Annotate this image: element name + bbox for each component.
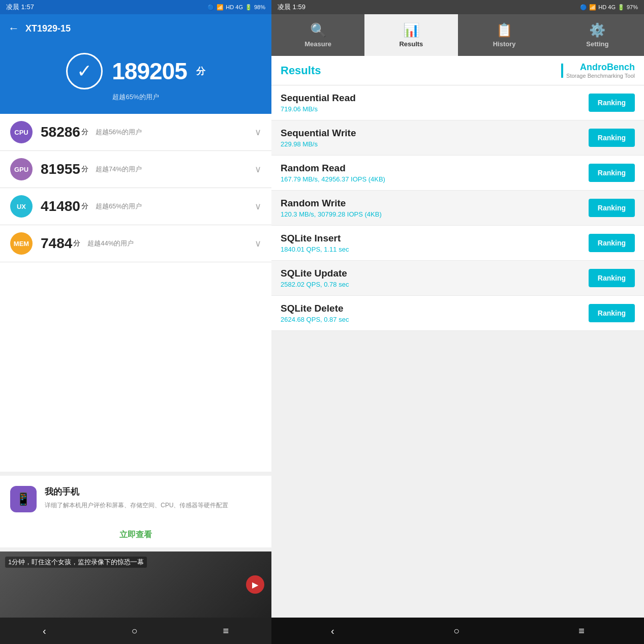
nav-home-button[interactable]: ○: [131, 625, 137, 637]
results-icon: 📊: [403, 22, 419, 38]
cpu-label: 超越56%的用户: [96, 128, 255, 137]
right-bluetooth-icon: 🔵: [580, 4, 587, 11]
left-panel: 凌晨 1:57 🔵 📶 HD 4G 🔋 98% ← XT1929-15 ✓ 18…: [0, 0, 271, 644]
gpu-chevron-icon: ∨: [255, 164, 261, 175]
bench-name-seq-write: Sequential Write: [281, 128, 589, 139]
bench-value-sqlite-insert: 1840.01 QPS, 1.11 sec: [281, 246, 589, 253]
bench-name-rand-write: Random Write: [281, 198, 589, 209]
bench-row-rand-read: Random Read 167.79 MB/s, 42956.37 IOPS (…: [271, 156, 644, 191]
cpu-chevron-icon: ∨: [255, 127, 261, 138]
gpu-score-unit: 分: [81, 165, 88, 174]
promo-title: 我的手机: [45, 486, 261, 498]
androbench-bar: [561, 64, 563, 78]
tab-results-label: Results: [399, 40, 423, 48]
score-subtitle: 超越65%的用户: [112, 93, 159, 102]
bench-info-rand-read: Random Read 167.79 MB/s, 42956.37 IOPS (…: [281, 163, 589, 183]
ranking-button-seq-read[interactable]: Ranking: [589, 94, 635, 112]
bench-name-sqlite-insert: SQLite Insert: [281, 233, 589, 244]
bench-info-seq-write: Sequential Write 229.98 MB/s: [281, 128, 589, 148]
category-row-gpu[interactable]: GPU 81955 分 超越74%的用户 ∨: [0, 151, 271, 188]
category-row-ux[interactable]: UX 41480 分 超越65%的用户 ∨: [0, 188, 271, 225]
video-play-button[interactable]: ▶: [246, 575, 264, 594]
androbench-sub: Storage Benchmarking Tool: [566, 73, 635, 79]
right-nav-menu-button[interactable]: ≡: [578, 625, 585, 637]
bench-row-seq-read: Sequential Read 719.06 MB/s Ranking: [271, 85, 644, 120]
right-signal: HD 4G: [598, 4, 616, 10]
score-section: ✓ 189205 分 超越65%的用户: [0, 43, 271, 114]
tab-results[interactable]: 📊 Results: [364, 14, 457, 56]
promo-text-block: 我的手机 详细了解本机用户评价和屏幕、存储空间、CPU、传感器等硬件配置: [45, 486, 261, 510]
bench-name-sqlite-delete: SQLite Delete: [281, 303, 589, 314]
promo-card: 📱 我的手机 详细了解本机用户评价和屏幕、存储空间、CPU、传感器等硬件配置: [0, 472, 271, 523]
results-title: Results: [281, 64, 321, 77]
nav-menu-button[interactable]: ≡: [223, 625, 229, 637]
bench-value-seq-write: 229.98 MB/s: [281, 140, 589, 148]
right-nav-bar: ‹ ○ ≡: [271, 618, 644, 644]
ranking-button-sqlite-delete[interactable]: Ranking: [589, 304, 635, 322]
bench-value-rand-read: 167.79 MB/s, 42956.37 IOPS (4KB): [281, 175, 589, 183]
androbench-text: AndroBench Storage Benchmarking Tool: [566, 62, 635, 79]
battery-icon: 🔋: [245, 4, 252, 11]
ranking-button-rand-read[interactable]: Ranking: [589, 164, 635, 182]
right-nav-home-button[interactable]: ○: [453, 625, 459, 637]
total-score: 189205: [112, 57, 187, 85]
gpu-label: 超越74%的用户: [96, 165, 255, 174]
setting-icon: ⚙️: [589, 22, 605, 38]
gpu-score: 81955: [41, 161, 80, 177]
category-row-cpu[interactable]: CPU 58286 分 超越56%的用户 ∨: [0, 114, 271, 151]
bench-row-sqlite-update: SQLite Update 2582.02 QPS, 0.78 sec Rank…: [271, 261, 644, 296]
ux-badge: UX: [10, 195, 33, 218]
bench-value-sqlite-update: 2582.02 QPS, 0.78 sec: [281, 281, 589, 288]
tab-bar: 🔍 Measure 📊 Results 📋 History ⚙️ Setting: [271, 14, 644, 56]
promo-desc: 详细了解本机用户评价和屏幕、存储空间、CPU、传感器等硬件配置: [45, 501, 261, 510]
right-nav-back-button[interactable]: ‹: [331, 625, 334, 637]
promo-link-button[interactable]: 立即查看: [119, 530, 152, 540]
bench-name-rand-read: Random Read: [281, 163, 589, 174]
score-row: ✓ 189205 分: [66, 53, 205, 89]
ranking-button-sqlite-update[interactable]: Ranking: [589, 269, 635, 287]
ux-score-unit: 分: [81, 202, 88, 211]
bench-info-seq-read: Sequential Read 719.06 MB/s: [281, 93, 589, 113]
right-time: 凌晨 1:59: [278, 3, 305, 12]
andro-highlight: Andro: [580, 62, 607, 72]
left-time: 凌晨 1:57: [6, 3, 34, 12]
tab-setting[interactable]: ⚙️ Setting: [551, 14, 644, 56]
video-thumbnail[interactable]: 1分钟，盯住这个女孩，监控录像下的惊恐一幕 ▶: [0, 551, 271, 618]
cpu-badge: CPU: [10, 121, 33, 143]
cpu-score: 58286: [41, 124, 80, 140]
wifi-icon: 📶: [217, 4, 224, 11]
mem-chevron-icon: ∨: [255, 238, 261, 249]
nav-back-button[interactable]: ‹: [43, 625, 46, 637]
back-button[interactable]: ←: [8, 22, 19, 35]
tab-history[interactable]: 📋 History: [458, 14, 551, 56]
bluetooth-icon: 🔵: [207, 4, 214, 11]
left-battery: 98%: [254, 4, 265, 10]
left-header: ← XT1929-15: [0, 14, 271, 43]
score-unit: 分: [196, 65, 205, 77]
ranking-button-rand-write[interactable]: Ranking: [589, 199, 635, 217]
tab-history-label: History: [493, 40, 516, 48]
category-row-mem[interactable]: MEM 7484 分 超越44%的用户 ∨: [0, 225, 271, 262]
mem-score-unit: 分: [73, 239, 80, 248]
right-status-icons: 🔵 📶 HD 4G 🔋 97%: [580, 4, 638, 11]
ux-score: 41480: [41, 198, 80, 214]
video-title: 1分钟，盯住这个女孩，监控录像下的惊恐一幕: [5, 557, 147, 568]
bench-text: Bench: [607, 62, 635, 72]
right-battery: 97%: [627, 4, 638, 10]
tab-measure[interactable]: 🔍 Measure: [271, 14, 364, 56]
bench-info-sqlite-insert: SQLite Insert 1840.01 QPS, 1.11 sec: [281, 233, 589, 253]
ranking-button-sqlite-insert[interactable]: Ranking: [589, 234, 635, 252]
tab-measure-label: Measure: [304, 40, 331, 48]
bench-name-sqlite-update: SQLite Update: [281, 268, 589, 279]
bench-info-rand-write: Random Write 120.3 MB/s, 30799.28 IOPS (…: [281, 198, 589, 218]
bench-row-sqlite-delete: SQLite Delete 2624.68 QPS, 0.87 sec Rank…: [271, 296, 644, 331]
right-panel: 凌晨 1:59 🔵 📶 HD 4G 🔋 97% 🔍 Measure 📊 Resu…: [271, 0, 644, 644]
left-status-icons: 🔵 📶 HD 4G 🔋 98%: [207, 4, 265, 11]
ranking-button-seq-write[interactable]: Ranking: [589, 129, 635, 147]
mem-badge: MEM: [10, 232, 33, 255]
promo-link-row: 立即查看: [0, 523, 271, 551]
left-nav-bar: ‹ ○ ≡: [0, 618, 271, 644]
bench-value-seq-read: 719.06 MB/s: [281, 105, 589, 113]
cpu-score-unit: 分: [81, 128, 88, 137]
device-title: XT1929-15: [25, 23, 71, 34]
